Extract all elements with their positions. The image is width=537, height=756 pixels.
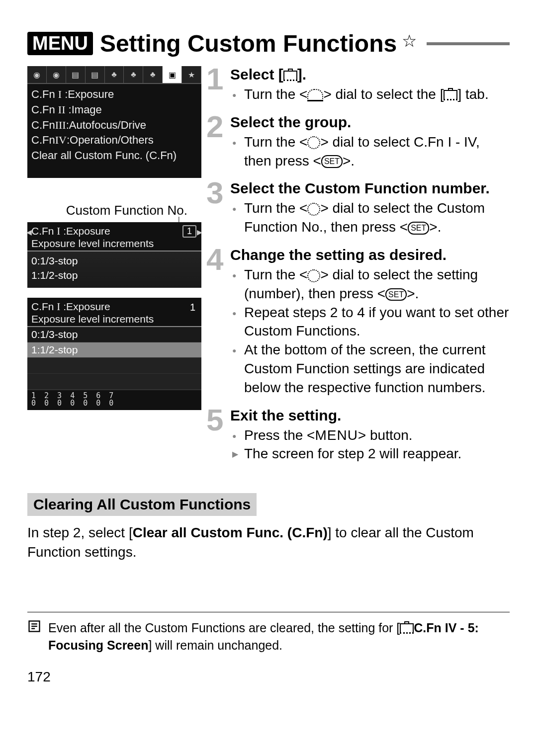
step-number: 1 xyxy=(206,66,230,110)
clearing-heading: Clearing All Custom Functions xyxy=(27,493,257,516)
page-title-row: MENU Setting Custom Functions ☆ xyxy=(27,30,510,57)
step-bullet: Repeat steps 2 to 4 if you want to set o… xyxy=(230,303,510,341)
tab: ♣ xyxy=(105,66,124,83)
status-row: 0 0 0 0 0 0 0 xyxy=(31,400,197,407)
step-result: The screen for step 2 will reappear. xyxy=(230,444,510,463)
step-title: Exit the setting. xyxy=(230,407,510,424)
tab: ★ xyxy=(182,66,201,83)
page-title: Setting Custom Functions xyxy=(100,30,397,57)
tab: ◉ xyxy=(47,66,66,83)
option-row-empty xyxy=(27,358,201,374)
menu-item: C.Fn II :Image xyxy=(31,102,197,118)
title-rule xyxy=(427,42,510,45)
step-number: 4 xyxy=(206,247,230,403)
cfn-header-1: C.Fn I :Exposure xyxy=(31,225,110,237)
step-bullet: Turn the <> dial to select the [] tab. xyxy=(230,85,510,104)
tab: ♣ xyxy=(124,66,143,83)
step-bullet: Turn the <> dial to select the setting (… xyxy=(230,265,510,303)
cfn-header-1: C.Fn I :Exposure xyxy=(31,301,110,312)
menu-item: C.Fn I :Exposure xyxy=(31,87,197,102)
clearing-text: In step 2, select [Clear all Custom Func… xyxy=(27,523,510,562)
cfn-number-label: Custom Function No. xyxy=(27,203,201,218)
menu-item: Clear all Custom Func. (C.Fn) xyxy=(31,148,197,164)
option-row: 0:1/3-stop xyxy=(27,327,201,342)
right-arrow-icon: ▶ xyxy=(197,228,202,236)
option-row-selected: 1:1/2-stop xyxy=(27,342,201,358)
star-icon: ☆ xyxy=(402,31,417,51)
page-number: 172 xyxy=(27,669,510,685)
left-arrow-icon: ◀ xyxy=(26,228,32,236)
quick-dial-icon xyxy=(307,136,320,149)
step-title: Select the Custom Function number. xyxy=(230,180,510,197)
menu-list: C.Fn I :Exposure C.Fn II :Image C.FnIII:… xyxy=(27,84,201,167)
option-row: 0:1/3-stop xyxy=(31,253,197,268)
step-2: 2 Select the group. Turn the <> dial to … xyxy=(206,114,510,176)
camera-screen-cfn-set: C.Fn I :Exposure Exposure level incremen… xyxy=(27,298,201,410)
step-4: 4 Change the setting as desired. Turn th… xyxy=(206,247,510,403)
step-number: 5 xyxy=(206,407,230,470)
cfn-status-numbers: 1 2 3 4 5 6 7 0 0 0 0 0 0 0 xyxy=(27,390,201,410)
step-number: 3 xyxy=(206,180,230,243)
menu-item: C.FnIII:Autofocus/Drive xyxy=(31,118,197,133)
set-button-icon: SET xyxy=(408,222,429,235)
option-row-empty xyxy=(27,374,201,390)
step-number: 2 xyxy=(206,114,230,176)
menu-badge: MENU xyxy=(27,32,93,55)
note-text: Even after all the Custom Functions are … xyxy=(48,619,510,654)
quick-dial-icon xyxy=(307,203,320,216)
tab-selected: ▣ xyxy=(163,66,182,83)
step-title: Select the group. xyxy=(230,114,510,131)
camera-cfn-icon xyxy=(283,71,297,81)
option-row: 1:1/2-stop xyxy=(31,268,197,282)
cfn-number: 1 xyxy=(190,302,195,313)
step-bullet: Turn the <> dial to select the Custom Fu… xyxy=(230,199,510,237)
tab: ♣ xyxy=(143,66,163,83)
menu-text-icon: MENU xyxy=(315,427,358,443)
cfn-number-badge: 1 xyxy=(182,225,196,238)
cfn-header-2: Exposure level increments xyxy=(31,313,154,325)
camera-cfn-icon xyxy=(400,623,414,634)
tab-bar: ◉ ◉ ▤ ▤ ♣ ♣ ♣ ▣ ★ xyxy=(27,66,201,84)
set-button-icon: SET xyxy=(385,288,407,301)
set-button-icon: SET xyxy=(321,155,343,168)
cfn-header-2: Exposure level increments xyxy=(31,238,154,249)
step-bullet: Press the <MENU> button. xyxy=(230,426,510,445)
note-icon xyxy=(27,619,42,654)
tab: ◉ xyxy=(27,66,47,83)
camera-cfn-icon xyxy=(444,90,457,100)
camera-screen-cfn-select: ◀ C.Fn I :Exposure Exposure level increm… xyxy=(27,222,201,288)
step-bullet: Turn the <> dial to select C.Fn I - IV, … xyxy=(230,133,510,170)
step-3: 3 Select the Custom Function number. Tur… xyxy=(206,180,510,243)
step-title: Change the setting as desired. xyxy=(230,247,510,263)
step-5: 5 Exit the setting. Press the <MENU> but… xyxy=(206,407,510,470)
quick-dial-icon xyxy=(307,269,320,282)
camera-screen-menu: ◉ ◉ ▤ ▤ ♣ ♣ ♣ ▣ ★ C.Fn I :Exposure C.Fn … xyxy=(27,66,201,178)
tab: ▤ xyxy=(86,66,105,83)
step-1: 1 Select []. Turn the <> dial to select … xyxy=(206,66,510,110)
menu-item: C.FnIV:Operation/Others xyxy=(31,133,197,148)
step-title: Select []. xyxy=(230,66,510,83)
tab: ▤ xyxy=(66,66,86,83)
main-dial-icon xyxy=(307,89,323,101)
step-bullet: At the bottom of the screen, the current… xyxy=(230,340,510,397)
note-row: Even after all the Custom Functions are … xyxy=(27,612,510,654)
